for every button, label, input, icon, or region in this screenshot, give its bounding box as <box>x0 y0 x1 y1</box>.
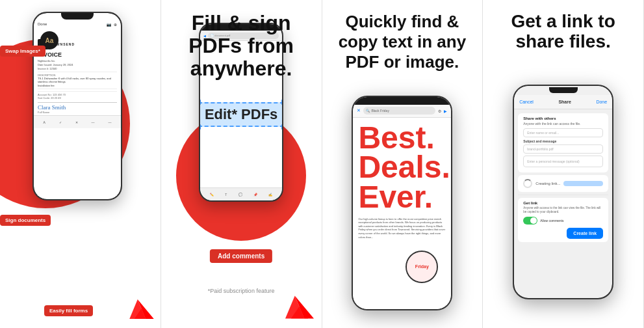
invoice-date: Date Issued: January 28, 2024 <box>38 63 117 66</box>
swap-images-badge: Swap Images* <box>0 46 45 57</box>
panel-fill-sign: Swap Images* Done 📷⊕ Aa T TOWNS <box>0 0 161 328</box>
p4-file-field[interactable]: brand-portfolio.pdf <box>523 144 603 154</box>
adobe-logo-panel2 <box>285 295 314 319</box>
big-text-ever: Ever. <box>358 182 446 212</box>
signature-text: Clara Smith <box>38 104 117 111</box>
p4-done-btn[interactable]: Done <box>596 100 607 104</box>
panel-share-link: Get a link to share files. Cancel Share … <box>483 0 644 328</box>
edit-pdfs-text: Edit* PDFs <box>200 102 282 127</box>
p4-subject-label: Subject and message <box>523 139 603 143</box>
invoice-number: Invoice #: 12340 <box>38 67 117 70</box>
p4-get-link-section: Get link Anyone with access to the link … <box>518 198 608 243</box>
p4-cancel-btn[interactable]: Cancel <box>519 100 534 104</box>
invoice-divider-1 <box>38 72 117 72</box>
signature-line <box>38 102 117 103</box>
panel-find-text: Quickly find & copy text in any PDF or i… <box>322 0 483 328</box>
add-comments-badge: Add comments <box>210 249 272 263</box>
panel3-phone-wrapper: ✕ 🔍 Black Friday ⚙ ▶ Best. Deals. Ever. … <box>322 78 483 328</box>
phone-mockup-4: Cancel Share Done Share with others Anyo… <box>513 85 613 299</box>
p3-notch <box>388 98 417 103</box>
phone-mockup-1: Done 📷⊕ Aa T TOWNSEND INVOICE Nightwo <box>32 12 122 200</box>
phone-status-bar-1: Done 📷⊕ <box>34 20 121 29</box>
invoice-title: INVOICE <box>38 51 117 58</box>
p4-creating-link: Creating link... <box>518 175 608 192</box>
big-text-deals: Deals. <box>358 152 446 182</box>
magnify-inner: Friday <box>407 252 437 282</box>
sign-documents-badge: Sign documents <box>0 215 51 226</box>
signature-label: Full Name <box>38 111 117 114</box>
p4-share-section: Share with others Anyone with the link c… <box>518 113 608 172</box>
invoice-divider-2 <box>38 89 117 89</box>
p3-back-btn: ✕ <box>357 108 361 113</box>
p4-share-title: Share with others <box>523 116 603 120</box>
big-text-best: Best. <box>358 123 446 153</box>
panel3-heading: Quickly find & copy text in any PDF or i… <box>328 0 477 78</box>
p4-message-placeholder: Enter a personal message (optional) <box>527 159 580 163</box>
allow-comments-toggle[interactable] <box>523 217 537 225</box>
p4-topbar: Cancel Share Done <box>514 95 612 109</box>
phone-bottom-bar-1: A✓✕—— <box>34 115 121 128</box>
phone-screen-3: ✕ 🔍 Black Friday ⚙ ▶ Best. Deals. Ever. … <box>353 97 451 309</box>
invoice-sort: Sort Code: 20 23 49 <box>38 96 117 100</box>
invoice-item: TS-1 Dishwasher K with 4 full racks, ove… <box>38 77 117 83</box>
signature-area: Clara Smith Full Name <box>38 102 117 114</box>
p3-content: Best. Deals. Ever. Our high-volume lineu… <box>353 118 451 309</box>
panel4-phone-wrapper: Cancel Share Done Share with others Anyo… <box>483 56 643 328</box>
p4-status <box>514 86 612 95</box>
p4-name-placeholder: Enter name or email... <box>527 131 559 135</box>
p4-link-title: Get link <box>523 201 603 205</box>
allow-comments-label: Allow comments <box>540 219 563 223</box>
phone-screen-1: Done 📷⊕ Aa T TOWNSEND INVOICE Nightwo <box>34 13 121 199</box>
phone-screen-4: Cancel Share Done Share with others Anyo… <box>514 86 612 298</box>
panel2-heading: Fill & sign PDFs from anywhere. <box>179 0 303 86</box>
phone-mockup-3: ✕ 🔍 Black Friday ⚙ ▶ Best. Deals. Ever. … <box>352 96 452 310</box>
panel4-heading: Get a link to share files. <box>502 0 625 56</box>
p4-message-field[interactable]: Enter a personal message (optional) <box>523 156 603 167</box>
p4-notch <box>549 87 578 93</box>
create-link-button[interactable]: Create link <box>567 228 603 239</box>
magnify-circle: Friday <box>406 251 438 283</box>
p4-file-name: brand-portfolio.pdf <box>527 147 554 151</box>
invoice-footer: Account No: 123 456 70 Sort Code: 20 23 … <box>38 91 117 100</box>
p4-link-desc: Anyone with access to the link can view … <box>523 206 603 215</box>
creating-link-text: Creating link... <box>535 182 560 185</box>
invoice-install: Installation fee <box>38 84 117 87</box>
paid-subscription-note: *Paid subscription feature <box>208 288 275 294</box>
loading-spinner <box>523 179 532 188</box>
big-text-block: Best. Deals. Ever. <box>353 118 451 215</box>
p3-searchbar: 🔍 Black Friday <box>363 107 435 115</box>
invoice-company-name: Nightworks Inc. <box>38 59 117 62</box>
p3-toolbar: ✕ 🔍 Black Friday ⚙ ▶ <box>353 105 451 118</box>
p3-status-bar <box>353 97 451 105</box>
p3-body-text: Our high-volume lineup is here to offer … <box>353 215 451 242</box>
p4-divider <box>518 195 608 195</box>
p4-share-desc: Anyone with the link can access the file… <box>523 122 603 126</box>
p4-name-field[interactable]: Enter name or email... <box>523 128 603 137</box>
fill-forms-badge: Easily fill forms <box>44 305 93 316</box>
phone-notch-1 <box>61 13 94 20</box>
p4-toggle-row: Allow comments <box>523 217 603 225</box>
adobe-logo-panel1 <box>129 299 154 319</box>
panel-edit-pdfs: Fill & sign PDFs from anywhere. ◀ 📄 docu… <box>161 0 322 328</box>
